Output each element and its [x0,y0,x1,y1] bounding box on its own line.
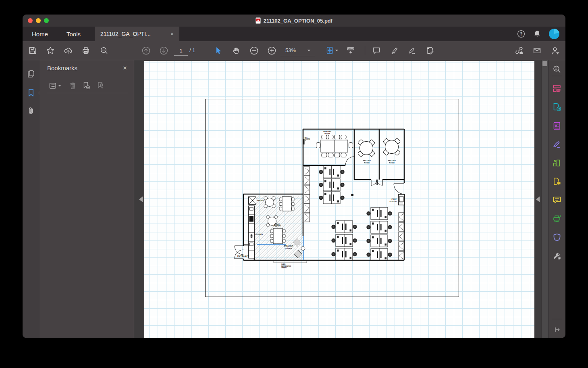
comment-tool-button[interactable] [551,194,563,207]
attachments-icon [26,106,36,116]
page-up-icon [141,46,151,55]
fit-page-dropdown[interactable] [333,44,340,57]
comment-button[interactable] [370,44,383,57]
email-button[interactable] [530,44,543,57]
prepare-form-icon [552,121,562,131]
page-number-input[interactable] [174,46,188,56]
zoom-window-button[interactable] [44,18,49,23]
cloud-upload-button[interactable] [62,44,75,57]
add-user-icon [551,46,560,55]
add-bookmark-button[interactable] [81,80,91,91]
attachments-button[interactable] [25,105,37,117]
edit-pdf-icon [552,84,562,93]
expand-current-bookmark-button[interactable] [95,80,106,91]
bell-icon [533,29,542,38]
page-thumbnails-button[interactable] [25,67,37,80]
protect-tool-button[interactable] [551,231,563,244]
export-pdf-tool-button[interactable] [551,100,563,113]
protect-icon [552,232,562,242]
more-tools-button[interactable] [551,249,563,262]
delete-bookmark-button[interactable] [67,80,78,91]
vertical-scrollbar[interactable] [541,60,549,338]
tab-home[interactable]: Home [23,27,57,41]
save-button[interactable] [26,44,39,57]
select-tool-icon [213,46,222,55]
fill-sign-tool-icon [552,140,562,149]
meeting-room-label: ROOM [324,133,330,135]
share-link-button[interactable] [513,44,526,57]
search-tool-button[interactable] [551,63,563,76]
tab-close-icon[interactable]: × [170,31,174,37]
tab-document[interactable]: 211102_GA_OPTI... × [95,27,179,41]
zoom-in-button[interactable] [265,44,278,57]
close-window-button[interactable] [28,18,33,23]
tab-tools-label: Tools [66,31,81,38]
bookmarks-panel-button[interactable] [25,86,37,99]
comment-tool-icon [552,195,562,205]
page-down-icon [159,46,168,55]
send-comments-icon [552,177,562,186]
glass-note-leader [274,261,307,263]
pdf-page: MEETING ROOM MEETING ROOM MEETING ROOM W… [144,61,534,338]
tab-tools[interactable]: Tools [57,27,90,41]
notifications-button[interactable] [531,27,544,41]
search-button[interactable] [98,44,110,57]
fill-sign-button[interactable] [405,44,418,57]
meeting-room-label: MEETING [363,159,371,161]
star-button[interactable] [44,44,57,57]
highlight-button[interactable] [388,44,401,57]
account-avatar[interactable] [549,28,560,43]
crop-pages-tool-button[interactable] [551,157,563,169]
svg-text:?: ? [520,31,523,36]
edit-page-button[interactable] [423,44,436,57]
prepare-form-tool-button[interactable] [551,119,563,132]
bookmarks-panel-title: Bookmarks [47,65,77,71]
edit-pdf-tool-button[interactable] [551,82,563,95]
previous-page-button[interactable] [139,44,152,57]
zoom-out-button[interactable] [247,44,260,57]
add-user-button[interactable] [549,44,561,57]
search-tool-icon [552,65,562,74]
bookmarks-panel: Bookmarks × [40,60,134,338]
tab-bar: Home Tools 211102_GA_OPTI... × ? [23,27,565,41]
print-station-machine [399,194,405,205]
scan-ocr-tool-button[interactable] [551,212,563,225]
scrollbar-thumb[interactable] [542,61,547,66]
acrobat-window: 211102_GA_OPTION_05.pdf Home Tools 21110… [23,15,565,338]
next-page-button[interactable] [157,44,170,57]
page-display-button[interactable] [344,44,357,57]
window-title-text: 211102_GA_OPTION_05.pdf [264,18,332,24]
toolbar-divider [365,46,365,55]
expand-tools-pane-button[interactable] [551,323,563,336]
select-tool-button[interactable] [211,44,224,57]
cloud-upload-icon [64,46,73,55]
glass-note-label: MANIFESTATION [281,266,291,267]
floor-plan-drawing: MEETING ROOM MEETING ROOM MEETING ROOM W… [205,99,459,297]
column [351,194,354,197]
zoom-level-dropdown[interactable] [305,44,313,57]
star-icon [46,46,55,55]
collapse-right-pane-handle[interactable] [536,197,540,202]
bookmarks-panel-close-button[interactable]: × [120,63,130,73]
fill-sign-tool-button[interactable] [551,138,563,151]
tab-document-label: 211102_GA_OPTI... [100,31,151,37]
breakout-lounge-label: BREAKOUT [284,245,293,247]
highlighter-icon [390,46,399,55]
print-button[interactable] [79,44,92,57]
minimize-window-button[interactable] [36,18,41,23]
glass-note-label: GRAPHIC [281,267,287,269]
help-button[interactable]: ? [515,27,528,41]
glass-note-label: GLASS [281,263,285,265]
send-for-comments-tool-button[interactable] [551,175,563,188]
collapse-left-pane-handle[interactable] [139,197,143,202]
tab-home-label: Home [32,31,48,38]
zoom-level-value[interactable]: 53% [285,47,296,53]
hand-tool-icon [232,46,241,55]
export-pdf-icon [552,102,562,112]
meeting-room-label: ROOM [364,162,370,164]
hand-tool-button[interactable] [230,44,243,57]
bookmark-options-dropdown[interactable] [57,80,62,91]
scan-ocr-icon [552,214,562,224]
document-view[interactable]: MEETING ROOM MEETING ROOM MEETING ROOM W… [134,60,549,338]
title-bar: 211102_GA_OPTION_05.pdf [23,15,565,27]
